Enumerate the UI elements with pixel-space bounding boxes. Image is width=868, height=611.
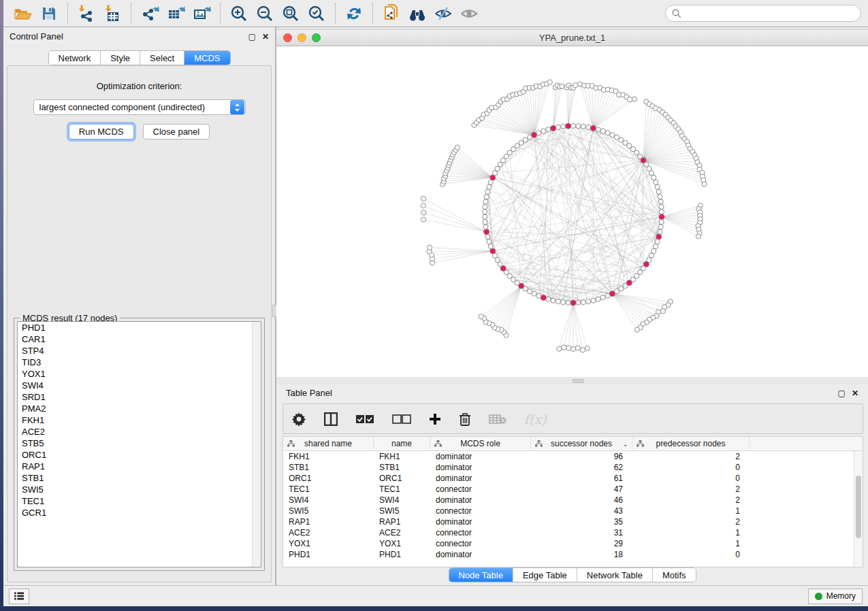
network-node[interactable] xyxy=(634,327,639,332)
mcds-result-item[interactable]: SRD1 xyxy=(18,391,261,403)
mcds-result-item[interactable]: ACE2 xyxy=(18,426,261,437)
close-panel-button[interactable]: Close panel xyxy=(143,124,210,139)
mcds-result-item[interactable]: YOX1 xyxy=(18,368,261,380)
zoom-fit-button[interactable] xyxy=(278,3,304,24)
network-node[interactable] xyxy=(495,258,500,263)
network-node[interactable] xyxy=(482,214,487,219)
network-node[interactable] xyxy=(605,131,610,135)
mcds-result-item[interactable]: SWI5 xyxy=(18,484,261,495)
network-node[interactable] xyxy=(658,229,662,234)
network-node[interactable] xyxy=(659,210,664,214)
column-header-predecessor-nodes[interactable]: predecessor nodes xyxy=(632,437,750,450)
select-all-rows-button[interactable] xyxy=(355,414,374,424)
table-row[interactable]: STB1STB1dominator620 xyxy=(283,462,863,473)
open-file-button[interactable] xyxy=(10,3,36,24)
network-node[interactable] xyxy=(485,234,490,239)
mcds-node[interactable] xyxy=(484,229,489,235)
network-node[interactable] xyxy=(482,210,487,214)
mcds-node[interactable] xyxy=(656,234,662,240)
table-row[interactable]: TEC1TEC1connector472 xyxy=(283,484,863,495)
network-node[interactable] xyxy=(581,300,585,305)
network-node[interactable] xyxy=(591,298,596,303)
network-node[interactable] xyxy=(658,199,663,204)
network-node[interactable] xyxy=(652,175,656,180)
network-node[interactable] xyxy=(658,195,662,199)
network-node[interactable] xyxy=(605,293,610,298)
mcds-list-scrollbar[interactable] xyxy=(252,322,261,567)
export-image-button[interactable] xyxy=(189,3,214,24)
network-node[interactable] xyxy=(546,297,551,301)
network-node[interactable] xyxy=(566,346,571,350)
network-node[interactable] xyxy=(487,184,492,189)
add-column-button[interactable] xyxy=(429,413,441,425)
table-tab-node-table[interactable]: Node Table xyxy=(449,568,513,582)
table-row[interactable]: RAP1RAP1dominator352 xyxy=(283,516,863,527)
criterion-dropdown[interactable]: largest connected component (undirected) xyxy=(33,99,246,115)
network-canvas[interactable] xyxy=(276,46,868,377)
network-node[interactable] xyxy=(421,196,425,201)
network-node[interactable] xyxy=(541,129,546,133)
network-node[interactable] xyxy=(632,97,637,101)
network-node[interactable] xyxy=(421,217,425,222)
network-node[interactable] xyxy=(596,127,600,132)
network-node[interactable] xyxy=(551,298,556,303)
network-node[interactable] xyxy=(575,346,580,350)
network-node[interactable] xyxy=(492,171,497,176)
network-node[interactable] xyxy=(654,244,658,249)
network-node[interactable] xyxy=(576,300,581,305)
mcds-node[interactable] xyxy=(590,125,596,131)
mcds-result-item[interactable]: STP4 xyxy=(18,345,261,357)
network-node[interactable] xyxy=(596,297,600,301)
network-node[interactable] xyxy=(652,248,656,253)
close-panel-icon[interactable]: ✕ xyxy=(262,33,269,41)
network-node[interactable] xyxy=(659,220,664,225)
close-table-panel-icon[interactable]: ✕ xyxy=(852,389,858,397)
refresh-view-button[interactable] xyxy=(341,3,367,24)
mcds-result-item[interactable]: GCR1 xyxy=(18,507,261,518)
network-node[interactable] xyxy=(656,189,661,194)
network-node[interactable] xyxy=(484,195,489,199)
network-node[interactable] xyxy=(655,184,660,189)
network-node[interactable] xyxy=(546,127,551,132)
tab-mcds[interactable]: MCDS xyxy=(184,51,229,65)
network-node[interactable] xyxy=(556,299,560,303)
function-builder-button[interactable]: f(x) xyxy=(524,412,547,427)
network-node[interactable] xyxy=(696,234,701,239)
run-mcds-button[interactable]: Run MCDS xyxy=(69,124,134,139)
network-node[interactable] xyxy=(427,245,432,250)
show-columns-button[interactable] xyxy=(324,412,338,426)
network-node[interactable] xyxy=(527,289,532,294)
export-network-button[interactable] xyxy=(137,3,163,24)
mcds-result-item[interactable]: CAR1 xyxy=(18,333,261,345)
network-node[interactable] xyxy=(655,240,660,244)
table-row[interactable]: FKH1FKH1dominator962 xyxy=(283,451,863,462)
network-node[interactable] xyxy=(532,291,536,296)
network-node[interactable] xyxy=(485,189,490,194)
mcds-result-item[interactable]: RAP1 xyxy=(18,461,261,472)
tab-select[interactable]: Select xyxy=(140,51,184,65)
network-node[interactable] xyxy=(658,225,663,229)
network-node[interactable] xyxy=(536,293,541,298)
network-node[interactable] xyxy=(659,204,664,209)
column-header-shared-name[interactable]: shared name xyxy=(283,437,374,450)
network-node[interactable] xyxy=(702,182,707,186)
search-field[interactable] xyxy=(665,5,861,22)
mcds-result-item[interactable]: SWI4 xyxy=(18,380,261,391)
network-node[interactable] xyxy=(660,309,665,314)
zoom-selected-button[interactable] xyxy=(304,3,329,24)
network-node[interactable] xyxy=(581,124,585,129)
network-node[interactable] xyxy=(566,300,570,305)
table-row[interactable]: SWI5SWI5connector431 xyxy=(283,506,863,516)
mcds-node[interactable] xyxy=(659,214,664,220)
network-node[interactable] xyxy=(483,220,487,225)
network-node[interactable] xyxy=(619,286,624,291)
network-node[interactable] xyxy=(614,135,619,139)
table-row[interactable]: YOX1YOX1connector291 xyxy=(283,538,863,549)
network-node[interactable] xyxy=(628,97,632,102)
network-node[interactable] xyxy=(580,348,585,352)
network-node[interactable] xyxy=(570,123,575,128)
mcds-result-item[interactable]: PHD1 xyxy=(18,322,261,333)
network-node[interactable] xyxy=(600,129,605,133)
table-tab-edge-table[interactable]: Edge Table xyxy=(513,568,577,582)
first-neighbors-button[interactable] xyxy=(404,3,430,24)
